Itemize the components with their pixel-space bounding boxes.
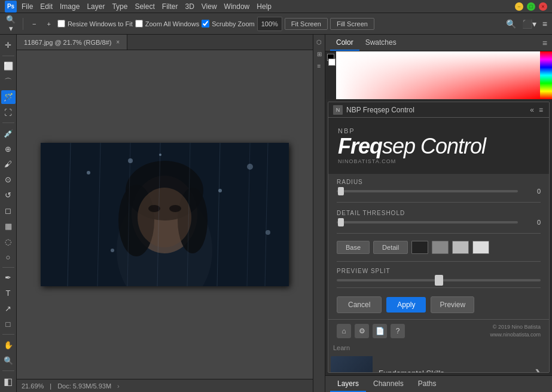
crop-tool[interactable]: ⛶	[1, 105, 16, 120]
nbp-cancel-button[interactable]: Cancel	[337, 296, 382, 313]
lasso-tool[interactable]: ⌒	[1, 75, 16, 89]
zoom-tool[interactable]: 🔍	[1, 353, 16, 368]
zoom-level-value: 100%	[261, 20, 278, 27]
nbp-preview-button[interactable]: Preview	[431, 296, 474, 313]
resize-windows-input[interactable]	[57, 20, 65, 27]
quick-select-tool[interactable]: 🪄	[1, 90, 16, 105]
radius-value: 0	[523, 188, 541, 195]
nbp-gear-icon[interactable]: ⚙	[355, 324, 369, 338]
brush-tool[interactable]: 🖌	[1, 157, 16, 172]
color-swatch-area[interactable]	[336, 51, 540, 99]
learn-card-fundamental[interactable]: Fundamental Skills ❯	[331, 356, 547, 372]
svg-point-19	[87, 171, 90, 174]
foreground-bg-colors[interactable]: ◧	[1, 374, 16, 388]
window-minimize[interactable]: −	[515, 2, 523, 11]
dialog-menu-button[interactable]: ≡	[538, 106, 544, 114]
toolbar-right-icons: 🔍 ⬛▾ ≡	[505, 18, 548, 30]
window-close[interactable]: ×	[539, 2, 547, 11]
nbp-swatch-white[interactable]	[472, 241, 489, 254]
menu-window[interactable]: Window	[224, 2, 250, 11]
nbp-detail-button[interactable]: Detail	[373, 241, 408, 254]
menu-file[interactable]: File	[22, 2, 33, 11]
fit-screen-button[interactable]: Fit Screen	[285, 18, 328, 30]
search-icon-button[interactable]: 🔍	[505, 18, 517, 30]
menu-3d[interactable]: 3D	[185, 2, 194, 11]
zoom-tool-button[interactable]: 🔍 ▾	[4, 17, 18, 31]
nbp-swatch-light[interactable]	[452, 241, 469, 254]
background-color[interactable]	[328, 59, 336, 66]
shape-tool[interactable]: □	[1, 317, 16, 332]
channels-tab[interactable]: Channels	[366, 376, 411, 392]
side-tool-3[interactable]: ≡	[315, 61, 324, 71]
nbp-swatch-dark[interactable]	[411, 241, 428, 254]
menu-image[interactable]: Image	[60, 2, 80, 11]
nbp-home-icon[interactable]: ⌂	[337, 324, 351, 338]
svg-point-23	[159, 154, 161, 156]
move-tool[interactable]: ✛	[1, 38, 16, 53]
nbp-preview-thumb[interactable]	[435, 275, 443, 286]
gradient-tool[interactable]: ▦	[1, 219, 16, 233]
healing-tool[interactable]: ⊕	[1, 142, 16, 156]
menu-bar: Ps File Edit Image Layer Type Select Fil…	[0, 0, 552, 13]
eyedropper-tool[interactable]: 💉	[1, 126, 16, 140]
history-brush-tool[interactable]: ↺	[1, 188, 16, 203]
menu-edit[interactable]: Edit	[40, 2, 53, 11]
color-tab[interactable]: Color	[330, 35, 359, 51]
swatches-tab[interactable]: Swatches	[359, 35, 402, 51]
detail-threshold-thumb[interactable]	[338, 218, 344, 226]
menu-select[interactable]: Select	[135, 2, 154, 11]
window-maximize[interactable]: □	[527, 2, 535, 11]
document-tab[interactable]: 11867.jpg @ 21.7% (RGB/8#) ×	[17, 35, 127, 50]
menu-layer[interactable]: Layer	[87, 2, 105, 11]
dodge-tool[interactable]: ○	[1, 250, 16, 264]
path-select-tool[interactable]: ↗	[1, 302, 16, 316]
detail-threshold-slider[interactable]	[337, 221, 518, 223]
scrubby-zoom-checkbox[interactable]: Scrubby Zoom	[202, 20, 255, 27]
nbp-swatch-mid[interactable]	[432, 241, 449, 254]
canvas[interactable]	[17, 50, 313, 379]
color-spectrum[interactable]	[540, 51, 552, 99]
side-tool-1[interactable]: ⬡	[315, 37, 324, 47]
more-icon-button[interactable]: ≡	[541, 18, 548, 30]
nbp-file-icon[interactable]: 📄	[373, 324, 387, 338]
status-nav-arrow[interactable]: ›	[117, 382, 120, 390]
zoom-out-button[interactable]: −	[28, 19, 40, 29]
menu-filter[interactable]: Filter	[162, 2, 178, 11]
workspace-icon-button[interactable]: ⬛▾	[521, 18, 538, 30]
nbp-dialog-content: NBP Freqsep Control NINOBATISTA.COM RADI…	[328, 118, 549, 372]
resize-windows-checkbox[interactable]: Resize Windows to Fit	[57, 20, 133, 27]
nbp-header: NBP Freqsep Control NINOBATISTA.COM	[328, 118, 549, 174]
nbp-preview-slider[interactable]	[337, 279, 541, 281]
nbp-freq-text: Freq	[338, 134, 382, 158]
menu-type[interactable]: Type	[112, 2, 127, 11]
nbp-apply-button[interactable]: Apply	[386, 297, 426, 313]
eraser-tool[interactable]: ◻	[1, 204, 16, 218]
zoom-all-windows-input[interactable]	[135, 20, 143, 27]
menu-help[interactable]: Help	[257, 2, 272, 11]
nbp-help-icon[interactable]: ?	[391, 324, 405, 338]
document-tab-close[interactable]: ×	[116, 39, 120, 45]
right-panel: Color Swatches ≡ N NBP Freqsep Control «	[325, 35, 552, 392]
type-tool[interactable]: T	[1, 286, 16, 301]
hand-tool[interactable]: ✋	[1, 338, 16, 352]
color-tab-menu[interactable]: ≡	[542, 38, 547, 48]
nbp-base-detail: Base Detail	[328, 236, 549, 259]
radius-slider-thumb[interactable]	[338, 187, 344, 195]
fill-screen-button[interactable]: Fill Screen	[330, 18, 374, 30]
clone-tool[interactable]: ⊙	[1, 173, 16, 187]
nbp-preview-split: PREVIEW SPLIT	[328, 264, 549, 285]
radius-slider[interactable]	[337, 190, 518, 192]
pen-tool[interactable]: ✒	[1, 271, 16, 285]
blur-tool[interactable]: ◌	[1, 234, 16, 249]
canvas-image-background	[41, 143, 289, 286]
layers-tab[interactable]: Layers	[330, 376, 366, 392]
side-tool-2[interactable]: ⊞	[315, 49, 324, 59]
dialog-collapse-button[interactable]: «	[529, 106, 535, 114]
paths-tab[interactable]: Paths	[411, 376, 444, 392]
marquee-tool[interactable]: ⬜	[1, 59, 16, 74]
zoom-all-windows-checkbox[interactable]: Zoom All Windows	[135, 20, 199, 27]
scrubby-zoom-input[interactable]	[202, 20, 209, 27]
zoom-in-button[interactable]: +	[42, 19, 54, 29]
menu-view[interactable]: View	[202, 2, 217, 11]
nbp-base-button[interactable]: Base	[337, 241, 370, 254]
